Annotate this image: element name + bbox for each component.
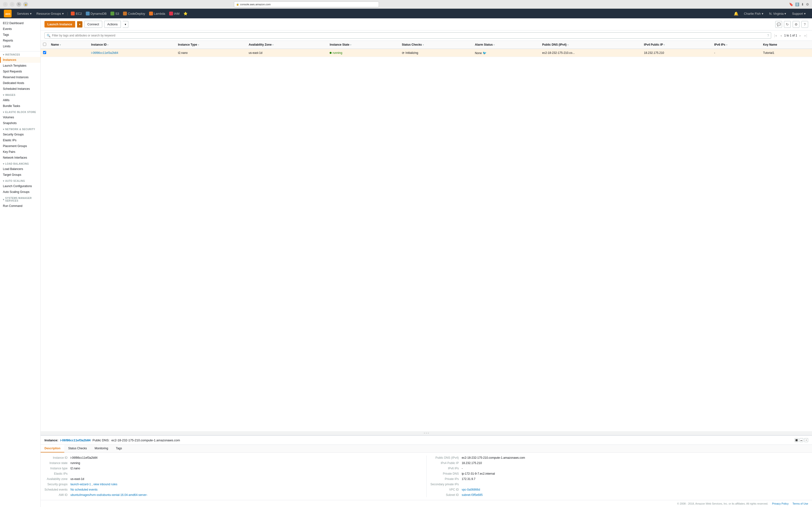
refresh-button[interactable]: ↻	[784, 21, 791, 28]
images-collapse-icon[interactable]: ▾	[3, 94, 4, 96]
sidebar-item-network-interfaces[interactable]: Network Interfaces	[0, 155, 40, 161]
scheduled-events-link[interactable]: No scheduled events	[70, 488, 97, 491]
sidebar-item-elastic-ips[interactable]: Elastic IPs	[0, 137, 40, 143]
sidebar-item-scheduled-instances[interactable]: Scheduled Instances	[0, 86, 40, 92]
nav-lambda[interactable]: Lambda	[147, 9, 167, 18]
sidebar-item-load-balancers[interactable]: Load Balancers	[0, 166, 40, 172]
nav-s3[interactable]: S3	[108, 9, 121, 18]
sidebar-item-dedicated-hosts[interactable]: Dedicated Hosts	[0, 80, 40, 86]
actions-button[interactable]: Actions	[104, 21, 121, 28]
settings-button[interactable]: ⚙	[793, 21, 800, 28]
tab-status-checks[interactable]: Status Checks	[64, 445, 91, 452]
search-help-icon[interactable]: ?	[767, 34, 769, 38]
nav-support[interactable]: Support ▾	[790, 9, 808, 18]
row-checkbox[interactable]	[43, 51, 46, 54]
col-az[interactable]: Availability Zone ▾	[246, 41, 327, 49]
sidebar-item-bundle-tasks[interactable]: Bundle Tasks	[0, 103, 40, 109]
terms-link[interactable]: Terms of Use	[793, 502, 808, 505]
col-status[interactable]: Status Checks ▾	[400, 41, 472, 49]
panel-close-icon[interactable]: ✕	[804, 438, 808, 442]
info-icon[interactable]: ℹ️	[795, 2, 799, 6]
select-all-header[interactable]	[41, 41, 49, 49]
nav-ec2[interactable]: EC2	[69, 9, 84, 18]
col-ipv4[interactable]: IPv4 Public IP ▾	[642, 41, 712, 49]
security-group-link[interactable]: launch-wizard-1	[70, 483, 91, 486]
collapse-icon[interactable]: ▾	[3, 53, 4, 56]
prev-page-button[interactable]: ◂	[779, 33, 783, 38]
sidebar-item-ec2-dashboard[interactable]: EC2 Dashboard	[0, 20, 40, 26]
reload-button[interactable]: ↻	[16, 2, 21, 7]
first-page-button[interactable]: |◂	[773, 33, 778, 38]
col-name[interactable]: Name ▾	[49, 41, 89, 49]
sidebar-item-spot-requests[interactable]: Spot Requests	[0, 68, 40, 74]
col-instance-id[interactable]: Instance ID ▾	[89, 41, 175, 49]
col-dns[interactable]: Public DNS (IPv4) ▾	[540, 41, 642, 49]
sidebar-item-reports[interactable]: Reports	[0, 38, 40, 44]
tab-tags[interactable]: Tags	[112, 445, 126, 452]
nav-dynamodb[interactable]: DynamoDB	[84, 9, 108, 18]
nav-resource-groups[interactable]: Resource Groups ▾	[34, 9, 66, 18]
ebs-collapse-icon[interactable]: ▾	[3, 111, 4, 113]
ami-id-link[interactable]: ubuntu/images/hvm-ssd/ubuntu-xenial-16.0…	[70, 493, 147, 497]
sidebar-item-instances[interactable]: Instances	[0, 57, 40, 63]
nav-codedeploy[interactable]: CodeDeploy	[121, 9, 147, 18]
url-bar[interactable]: 🔒 console.aws.amazon.com	[234, 1, 379, 7]
aws-logo[interactable]: aws	[4, 10, 12, 17]
row-checkbox-cell[interactable]	[41, 49, 49, 57]
search-input[interactable]	[52, 34, 766, 37]
asg-collapse-icon[interactable]: ▾	[3, 180, 4, 182]
launch-instance-dropdown[interactable]: ▾	[77, 21, 83, 27]
help-button[interactable]: ?	[801, 21, 808, 28]
col-key[interactable]: Key Name	[761, 41, 812, 49]
sidebar-item-target-groups[interactable]: Target Groups	[0, 172, 40, 178]
ssm-collapse-icon[interactable]: ▾	[3, 198, 4, 201]
sidebar-item-placement-groups[interactable]: Placement Groups	[0, 143, 40, 149]
sidebar-item-amis[interactable]: AMIs	[0, 97, 40, 103]
tab-monitoring[interactable]: Monitoring	[91, 445, 112, 452]
sidebar-item-events[interactable]: Events	[0, 26, 40, 32]
privacy-link[interactable]: Privacy Policy	[772, 502, 789, 505]
tab-description[interactable]: Description	[41, 445, 64, 452]
extensions-icon[interactable]: ⚙	[806, 2, 809, 6]
network-collapse-icon[interactable]: ▾	[3, 128, 4, 131]
alarm-plus-icon[interactable]: 🐦	[483, 51, 487, 55]
table-row[interactable]: i-06f86cc11ef3a2b84 t2.nano us-east-1d r…	[41, 49, 812, 57]
col-instance-type[interactable]: Instance Type ▾	[175, 41, 246, 49]
back-button[interactable]: ‹	[3, 2, 8, 7]
connect-button[interactable]: Connect	[84, 21, 102, 28]
download-icon[interactable]: ⬇	[801, 2, 804, 6]
last-page-button[interactable]: ▸|	[804, 33, 808, 38]
nav-iam[interactable]: IAM	[167, 9, 182, 18]
chat-icon-button[interactable]: 💬	[775, 21, 782, 28]
sidebar-item-run-command[interactable]: Run Command	[0, 203, 40, 209]
actions-dropdown[interactable]: ▾	[123, 21, 128, 28]
sidebar-item-reserved-instances[interactable]: Reserved Instances	[0, 74, 40, 80]
vpc-id-link[interactable]: vpc-0a06866d	[462, 488, 480, 491]
launch-instance-button[interactable]: Launch Instance	[45, 21, 75, 27]
nav-starred[interactable]: ⭐	[182, 9, 190, 18]
nav-region[interactable]: N. Virginia ▾	[767, 9, 789, 18]
panel-half-icon[interactable]: ▬	[800, 438, 803, 442]
notifications-bell[interactable]: 🔔	[732, 11, 741, 16]
sidebar-item-volumes[interactable]: Volumes	[0, 114, 40, 120]
bookmark-icon[interactable]: 🔖	[789, 2, 793, 6]
col-alarm[interactable]: Alarm Status ▾	[472, 41, 540, 49]
view-inbound-rules-link[interactable]: view inbound rules	[93, 483, 117, 486]
select-all-checkbox[interactable]	[43, 43, 46, 46]
sidebar-item-security-groups[interactable]: Security Groups	[0, 131, 40, 137]
sidebar-item-key-pairs[interactable]: Key Pairs	[0, 149, 40, 155]
sidebar-item-tags[interactable]: Tags	[0, 32, 40, 38]
sidebar-item-asg-groups[interactable]: Auto Scaling Groups	[0, 189, 40, 195]
subnet-id-link[interactable]: subnet-f3f5e685	[462, 493, 483, 497]
next-page-button[interactable]: ▸	[799, 33, 802, 38]
sidebar-item-snapshots[interactable]: Snapshots	[0, 120, 40, 126]
col-ipv6[interactable]: IPv6 IPs ▾	[712, 41, 761, 49]
sidebar-item-launch-configs[interactable]: Launch Configurations	[0, 183, 40, 189]
nav-user[interactable]: Charlie Fish ▾	[742, 9, 766, 18]
lb-collapse-icon[interactable]: ▾	[3, 163, 4, 165]
panel-expand-icon[interactable]: ⬛	[795, 438, 799, 442]
sidebar-item-launch-templates[interactable]: Launch Templates	[0, 63, 40, 68]
forward-button[interactable]: ›	[10, 2, 14, 7]
col-state[interactable]: Instance State ▾	[327, 41, 400, 49]
sidebar-item-limits[interactable]: Limits	[0, 44, 40, 49]
